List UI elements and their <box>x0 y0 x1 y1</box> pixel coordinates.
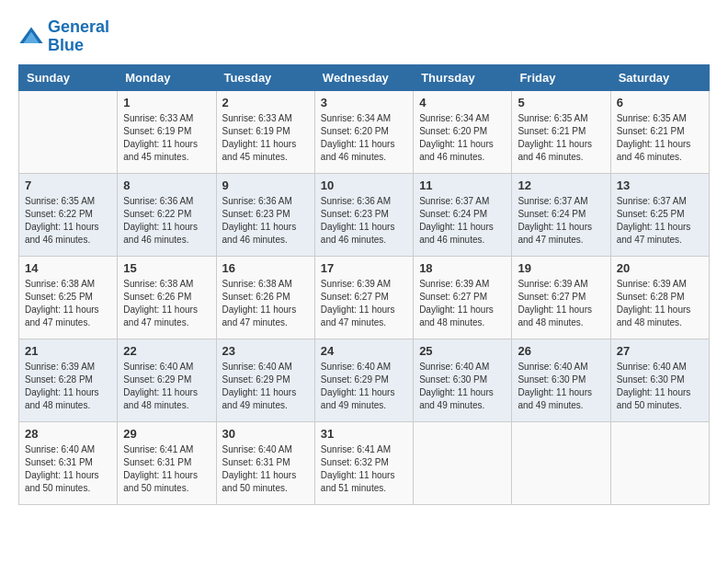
calendar-cell: 11Sunrise: 6:37 AM Sunset: 6:24 PM Dayli… <box>414 173 512 256</box>
weekday-header-row: SundayMondayTuesdayWednesdayThursdayFrid… <box>19 64 710 90</box>
calendar-cell: 28Sunrise: 6:40 AM Sunset: 6:31 PM Dayli… <box>19 421 118 504</box>
week-row-2: 7Sunrise: 6:35 AM Sunset: 6:22 PM Daylig… <box>19 173 710 256</box>
calendar-cell: 4Sunrise: 6:34 AM Sunset: 6:20 PM Daylig… <box>414 90 512 173</box>
cell-info: Sunrise: 6:40 AM Sunset: 6:29 PM Dayligh… <box>321 361 407 412</box>
cell-info: Sunrise: 6:33 AM Sunset: 6:19 PM Dayligh… <box>123 112 210 164</box>
calendar-cell: 19Sunrise: 6:39 AM Sunset: 6:27 PM Dayli… <box>512 256 610 339</box>
calendar-cell: 9Sunrise: 6:36 AM Sunset: 6:23 PM Daylig… <box>216 173 314 256</box>
calendar-cell: 25Sunrise: 6:40 AM Sunset: 6:30 PM Dayli… <box>414 339 512 421</box>
cell-info: Sunrise: 6:40 AM Sunset: 6:29 PM Dayligh… <box>123 361 210 412</box>
weekday-header-sunday: Sunday <box>19 64 118 90</box>
calendar-cell: 20Sunrise: 6:39 AM Sunset: 6:28 PM Dayli… <box>610 256 709 339</box>
cell-info: Sunrise: 6:40 AM Sunset: 6:30 PM Dayligh… <box>518 361 604 412</box>
calendar-cell: 17Sunrise: 6:39 AM Sunset: 6:27 PM Dayli… <box>314 256 413 339</box>
day-number: 30 <box>222 427 309 441</box>
day-number: 16 <box>222 261 309 275</box>
weekday-header-tuesday: Tuesday <box>216 64 314 90</box>
day-number: 24 <box>321 344 407 358</box>
day-number: 5 <box>518 96 604 109</box>
cell-info: Sunrise: 6:34 AM Sunset: 6:20 PM Dayligh… <box>321 112 407 164</box>
weekday-header-friday: Friday <box>512 64 610 90</box>
calendar-cell <box>512 421 610 504</box>
day-number: 4 <box>419 96 506 109</box>
cell-info: Sunrise: 6:36 AM Sunset: 6:23 PM Dayligh… <box>222 195 309 247</box>
day-number: 18 <box>419 261 506 275</box>
calendar-cell <box>414 421 512 504</box>
cell-info: Sunrise: 6:40 AM Sunset: 6:29 PM Dayligh… <box>222 361 309 412</box>
day-number: 8 <box>123 178 210 192</box>
day-number: 14 <box>25 261 111 275</box>
calendar-table: SundayMondayTuesdayWednesdayThursdayFrid… <box>18 64 710 505</box>
day-number: 17 <box>321 261 407 275</box>
day-number: 31 <box>321 427 407 441</box>
cell-info: Sunrise: 6:35 AM Sunset: 6:22 PM Dayligh… <box>25 195 111 247</box>
calendar-cell: 16Sunrise: 6:38 AM Sunset: 6:26 PM Dayli… <box>216 256 314 339</box>
cell-info: Sunrise: 6:37 AM Sunset: 6:25 PM Dayligh… <box>617 195 703 247</box>
weekday-header-wednesday: Wednesday <box>314 64 413 90</box>
day-number: 1 <box>123 96 210 109</box>
day-number: 2 <box>222 96 309 109</box>
day-number: 12 <box>518 178 604 192</box>
logo-text: General Blue <box>48 18 109 55</box>
day-number: 10 <box>321 178 407 192</box>
day-number: 19 <box>518 261 604 275</box>
week-row-5: 28Sunrise: 6:40 AM Sunset: 6:31 PM Dayli… <box>19 421 710 504</box>
weekday-header-saturday: Saturday <box>610 64 709 90</box>
calendar-cell: 5Sunrise: 6:35 AM Sunset: 6:21 PM Daylig… <box>512 90 610 173</box>
logo: General Blue <box>18 18 109 55</box>
day-number: 22 <box>123 344 210 358</box>
day-number: 28 <box>25 427 111 441</box>
day-number: 6 <box>617 96 703 109</box>
day-number: 15 <box>123 261 210 275</box>
day-number: 7 <box>25 178 111 192</box>
calendar-cell: 27Sunrise: 6:40 AM Sunset: 6:30 PM Dayli… <box>610 339 709 421</box>
day-number: 9 <box>222 178 309 192</box>
calendar-cell: 15Sunrise: 6:38 AM Sunset: 6:26 PM Dayli… <box>118 256 216 339</box>
calendar-cell: 13Sunrise: 6:37 AM Sunset: 6:25 PM Dayli… <box>610 173 709 256</box>
cell-info: Sunrise: 6:35 AM Sunset: 6:21 PM Dayligh… <box>617 112 703 164</box>
calendar-cell: 26Sunrise: 6:40 AM Sunset: 6:30 PM Dayli… <box>512 339 610 421</box>
cell-info: Sunrise: 6:39 AM Sunset: 6:27 PM Dayligh… <box>518 278 604 329</box>
day-number: 11 <box>419 178 506 192</box>
calendar-cell: 2Sunrise: 6:33 AM Sunset: 6:19 PM Daylig… <box>216 90 314 173</box>
cell-info: Sunrise: 6:40 AM Sunset: 6:31 PM Dayligh… <box>25 443 111 495</box>
day-number: 29 <box>123 427 210 441</box>
cell-info: Sunrise: 6:41 AM Sunset: 6:32 PM Dayligh… <box>321 443 407 495</box>
calendar-cell: 6Sunrise: 6:35 AM Sunset: 6:21 PM Daylig… <box>610 90 709 173</box>
cell-info: Sunrise: 6:40 AM Sunset: 6:30 PM Dayligh… <box>419 361 506 412</box>
calendar-cell: 24Sunrise: 6:40 AM Sunset: 6:29 PM Dayli… <box>314 339 413 421</box>
cell-info: Sunrise: 6:37 AM Sunset: 6:24 PM Dayligh… <box>518 195 604 247</box>
calendar-cell: 12Sunrise: 6:37 AM Sunset: 6:24 PM Dayli… <box>512 173 610 256</box>
calendar-cell: 30Sunrise: 6:40 AM Sunset: 6:31 PM Dayli… <box>216 421 314 504</box>
day-number: 25 <box>419 344 506 358</box>
cell-info: Sunrise: 6:39 AM Sunset: 6:28 PM Dayligh… <box>617 278 703 329</box>
week-row-1: 1Sunrise: 6:33 AM Sunset: 6:19 PM Daylig… <box>19 90 710 173</box>
calendar-cell <box>610 421 709 504</box>
cell-info: Sunrise: 6:38 AM Sunset: 6:25 PM Dayligh… <box>25 278 111 329</box>
day-number: 13 <box>617 178 703 192</box>
cell-info: Sunrise: 6:38 AM Sunset: 6:26 PM Dayligh… <box>222 278 309 329</box>
page-header: General Blue <box>18 18 710 55</box>
cell-info: Sunrise: 6:41 AM Sunset: 6:31 PM Dayligh… <box>123 443 210 495</box>
cell-info: Sunrise: 6:34 AM Sunset: 6:20 PM Dayligh… <box>419 112 506 164</box>
calendar-cell: 7Sunrise: 6:35 AM Sunset: 6:22 PM Daylig… <box>19 173 118 256</box>
week-row-4: 21Sunrise: 6:39 AM Sunset: 6:28 PM Dayli… <box>19 339 710 421</box>
calendar-cell <box>19 90 118 173</box>
week-row-3: 14Sunrise: 6:38 AM Sunset: 6:25 PM Dayli… <box>19 256 710 339</box>
day-number: 27 <box>617 344 703 358</box>
day-number: 20 <box>617 261 703 275</box>
cell-info: Sunrise: 6:35 AM Sunset: 6:21 PM Dayligh… <box>518 112 604 164</box>
cell-info: Sunrise: 6:39 AM Sunset: 6:27 PM Dayligh… <box>321 278 407 329</box>
cell-info: Sunrise: 6:33 AM Sunset: 6:19 PM Dayligh… <box>222 112 309 164</box>
cell-info: Sunrise: 6:40 AM Sunset: 6:31 PM Dayligh… <box>222 443 309 495</box>
day-number: 26 <box>518 344 604 358</box>
calendar-cell: 3Sunrise: 6:34 AM Sunset: 6:20 PM Daylig… <box>314 90 413 173</box>
cell-info: Sunrise: 6:38 AM Sunset: 6:26 PM Dayligh… <box>123 278 210 329</box>
cell-info: Sunrise: 6:36 AM Sunset: 6:23 PM Dayligh… <box>321 195 407 247</box>
calendar-cell: 8Sunrise: 6:36 AM Sunset: 6:22 PM Daylig… <box>118 173 216 256</box>
calendar-cell: 10Sunrise: 6:36 AM Sunset: 6:23 PM Dayli… <box>314 173 413 256</box>
cell-info: Sunrise: 6:39 AM Sunset: 6:28 PM Dayligh… <box>25 361 111 412</box>
weekday-header-thursday: Thursday <box>414 64 512 90</box>
cell-info: Sunrise: 6:39 AM Sunset: 6:27 PM Dayligh… <box>419 278 506 329</box>
calendar-cell: 31Sunrise: 6:41 AM Sunset: 6:32 PM Dayli… <box>314 421 413 504</box>
